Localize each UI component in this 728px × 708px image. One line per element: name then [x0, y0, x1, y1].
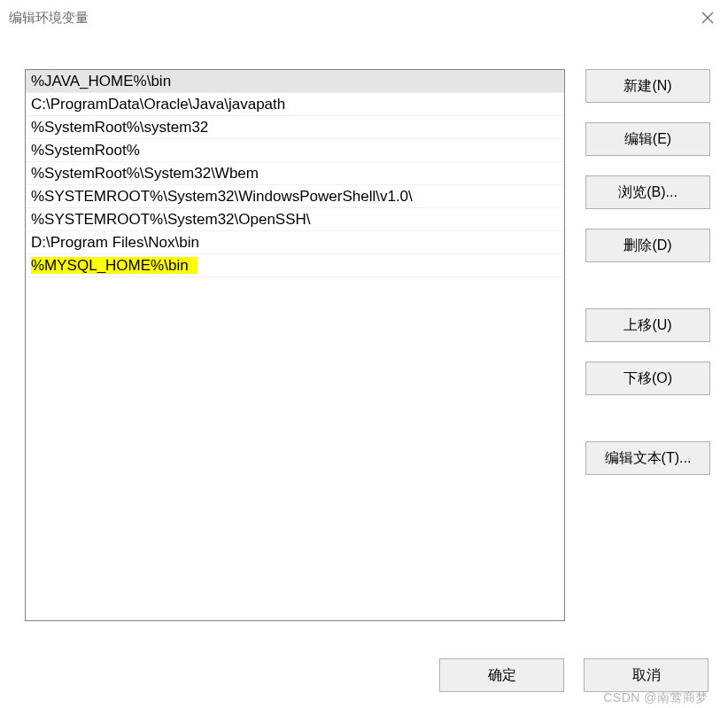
close-button[interactable] [687, 0, 728, 35]
bottom-button-row: 确定 取消 [0, 658, 709, 692]
titlebar: 编辑环境变量 [0, 0, 728, 35]
move-up-button[interactable]: 上移(U) [585, 308, 710, 342]
move-down-button[interactable]: 下移(O) [585, 362, 710, 395]
watermark-text: CSDN @南莺商梦 [603, 690, 709, 706]
delete-button[interactable]: 删除(D) [585, 229, 710, 262]
cancel-button[interactable]: 取消 [584, 658, 709, 692]
list-item[interactable]: %SYSTEMROOT%\System32\WindowsPowerShell\… [26, 185, 564, 208]
list-item[interactable]: D:\Program Files\Nox\bin [26, 231, 564, 254]
browse-button[interactable]: 浏览(B)... [585, 175, 710, 209]
edit-text-button[interactable]: 编辑文本(T)... [585, 441, 710, 475]
list-item[interactable]: C:\ProgramData\Oracle\Java\javapath [26, 93, 564, 116]
highlighted-text: %MYSQL_HOME%\bin [31, 257, 197, 274]
ok-button[interactable]: 确定 [439, 658, 564, 692]
list-item[interactable]: %SYSTEMROOT%\System32\OpenSSH\ [26, 208, 564, 231]
dialog-body: %JAVA_HOME%\binC:\ProgramData\Oracle\Jav… [0, 35, 728, 708]
side-button-column: 新建(N) 编辑(E) 浏览(B)... 删除(D) 上移(U) 下移(O) 编… [585, 69, 710, 475]
window-title: 编辑环境变量 [9, 10, 89, 27]
list-item[interactable]: %SystemRoot%\system32 [26, 116, 564, 139]
list-item[interactable]: %SystemRoot% [26, 139, 564, 162]
close-icon [701, 12, 714, 24]
list-item[interactable]: %MYSQL_HOME%\bin [26, 254, 564, 277]
list-item[interactable]: %SystemRoot%\System32\Wbem [26, 162, 564, 185]
list-item[interactable]: %JAVA_HOME%\bin [26, 70, 564, 93]
path-listbox[interactable]: %JAVA_HOME%\binC:\ProgramData\Oracle\Jav… [25, 69, 565, 621]
edit-button[interactable]: 编辑(E) [585, 122, 710, 156]
new-button[interactable]: 新建(N) [585, 69, 710, 103]
